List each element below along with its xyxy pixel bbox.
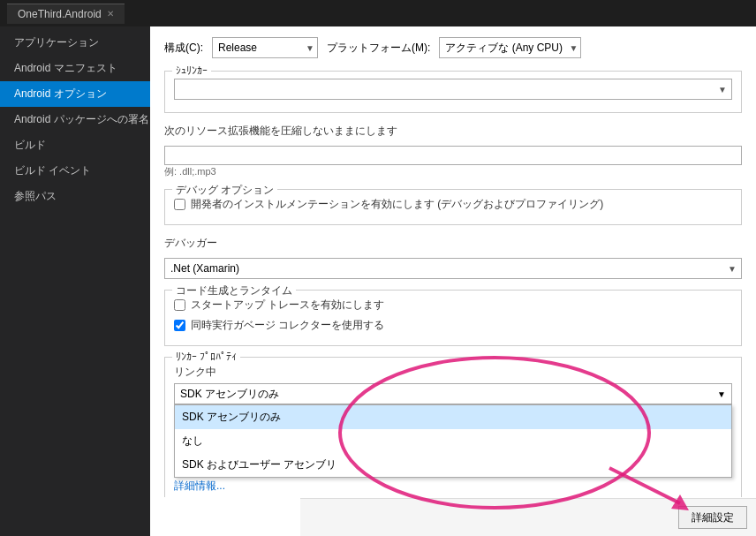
- sidebar-item-package-sign[interactable]: Android パッケージへの署名: [0, 107, 150, 132]
- link-label: リンク中: [174, 365, 732, 380]
- linker-legend: ﾘﾝｶｰ ﾌﾟﾛﾊﾟﾃｨ: [172, 351, 240, 363]
- linker-dropdown-list: SDK アセンブリのみ なし SDK およびユーザー アセンブリ: [174, 404, 732, 478]
- sidebar-item-build-event[interactable]: ビルド イベント: [0, 158, 150, 184]
- debug-legend: デバッグ オプション: [172, 183, 277, 198]
- concurrent-gc-checkbox[interactable]: [174, 320, 185, 331]
- bottom-bar: 詳細設定: [300, 498, 756, 536]
- resource-section: 次のリソース拡張機能を圧縮しないままにします 例: .dll;.mp3: [164, 124, 742, 178]
- concurrent-gc-row: 同時実行ガベージ コレクターを使用する: [174, 318, 732, 333]
- shrinker-legend: ｼｭﾘﾝｶｰ: [172, 64, 211, 77]
- resource-hint: 例: .dll;.mp3: [164, 165, 742, 178]
- startup-trace-label: スタートアップ トレースを有効にします: [191, 298, 384, 313]
- linker-dropdown-trigger[interactable]: SDK アセンブリのみ ▼: [174, 383, 732, 404]
- config-label: 構成(C):: [164, 41, 203, 56]
- sidebar-item-app[interactable]: アプリケーション: [0, 30, 150, 56]
- tab-label: OneThird.Android: [18, 8, 102, 20]
- sidebar-item-build[interactable]: ビルド: [0, 132, 150, 158]
- content-scroll: 構成(C): Release ▼ プラットフォーム(M): アクティブな (An…: [150, 26, 756, 497]
- debugger-section: デバッガー .Net (Xamarin) ▼: [164, 236, 742, 279]
- detail-link[interactable]: 詳細情報...: [174, 479, 225, 494]
- sidebar: アプリケーション Android マニフェスト Android オプション An…: [0, 26, 150, 536]
- debugger-select[interactable]: .Net (Xamarin): [164, 258, 742, 279]
- platform-select-wrapper: アクティブな (Any CPU) ▼: [439, 37, 581, 58]
- shrinker-select[interactable]: [174, 79, 732, 100]
- sidebar-item-android-options[interactable]: Android オプション: [0, 81, 150, 107]
- editor-tab[interactable]: OneThird.Android ✕: [7, 4, 125, 24]
- debugger-label: デバッガー: [164, 236, 742, 251]
- platform-select[interactable]: アクティブな (Any CPU): [439, 37, 581, 58]
- dev-instrumentation-label: 開発者のインストルメンテーションを有効にします (デバッグおよびプロファイリング…: [191, 197, 603, 212]
- linker-option-1[interactable]: なし: [175, 429, 731, 453]
- concurrent-gc-label: 同時実行ガベージ コレクターを使用する: [191, 318, 384, 333]
- codegen-section: コード生成とランタイム スタートアップ トレースを有効にします 同時実行ガベージ…: [164, 290, 742, 346]
- dev-instrumentation-row: 開発者のインストルメンテーションを有効にします (デバッグおよびプロファイリング…: [174, 197, 732, 212]
- sidebar-item-reference-path[interactable]: 参照パス: [0, 184, 150, 209]
- config-select[interactable]: Release: [212, 37, 318, 58]
- debugger-dropdown-wrapper: .Net (Xamarin) ▼: [164, 258, 742, 279]
- linker-option-2[interactable]: SDK およびユーザー アセンブリ: [175, 453, 731, 477]
- shrinker-dropdown-wrapper: ▼: [174, 79, 732, 100]
- config-select-wrapper: Release ▼: [212, 37, 318, 58]
- codegen-legend: コード生成とランタイム: [172, 283, 296, 298]
- resource-input[interactable]: [164, 146, 742, 165]
- dev-instrumentation-checkbox[interactable]: [174, 199, 185, 210]
- details-button[interactable]: 詳細設定: [678, 506, 747, 529]
- linker-dropdown-container: SDK アセンブリのみ ▼ SDK アセンブリのみ なし SDK およびユーザー…: [174, 383, 732, 404]
- startup-trace-checkbox[interactable]: [174, 299, 185, 311]
- linker-arrow-icon: ▼: [717, 389, 726, 399]
- resource-label: 次のリソース拡張機能を圧縮しないままにします: [164, 124, 742, 139]
- title-bar: OneThird.Android ✕: [0, 0, 756, 26]
- startup-trace-row: スタートアップ トレースを有効にします: [174, 298, 732, 313]
- tab-close-icon[interactable]: ✕: [107, 9, 114, 19]
- debug-section: デバッグ オプション 開発者のインストルメンテーションを有効にします (デバッグ…: [164, 189, 742, 225]
- shrinker-section: ｼｭﾘﾝｶｰ ▼: [164, 71, 742, 113]
- content-wrapper: 構成(C): Release ▼ プラットフォーム(M): アクティブな (An…: [150, 26, 756, 536]
- main-layout: アプリケーション Android マニフェスト Android オプション An…: [0, 26, 756, 536]
- linker-current-value: SDK アセンブリのみ: [180, 387, 279, 402]
- linker-option-0[interactable]: SDK アセンブリのみ: [175, 405, 731, 429]
- linker-section: ﾘﾝｶｰ ﾌﾟﾛﾊﾟﾃｨ リンク中 SDK アセンブリのみ ▼ SDK アセンブ…: [164, 357, 742, 497]
- config-bar: 構成(C): Release ▼ プラットフォーム(M): アクティブな (An…: [164, 37, 742, 58]
- sidebar-item-manifest[interactable]: Android マニフェスト: [0, 56, 150, 81]
- platform-label: プラットフォーム(M):: [327, 41, 430, 56]
